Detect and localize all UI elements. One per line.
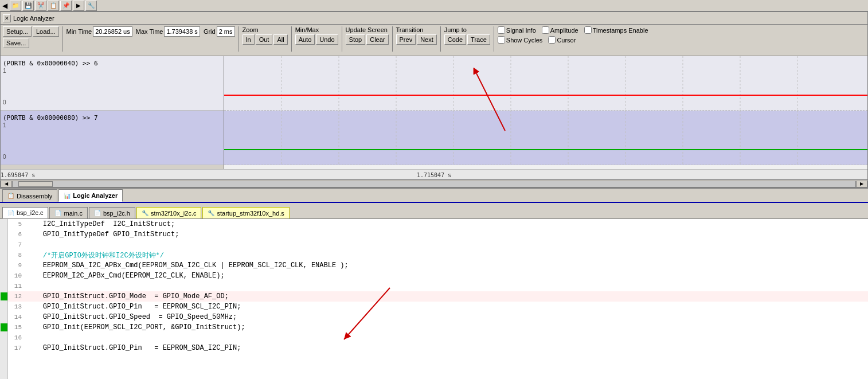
line-num-14: 14 — [8, 314, 26, 321]
line-num-5: 5 — [8, 221, 26, 228]
code-line-5: 5 I2C_InitTypeDef I2C_InitStruct; — [8, 219, 868, 229]
toolbar-save-btn[interactable]: 💾 — [22, 1, 34, 11]
scroll-right-btn[interactable]: ▶ — [856, 181, 867, 187]
file-icon-4: 🔧 — [142, 210, 148, 216]
trace-btn[interactable]: Trace — [467, 34, 490, 45]
code-line-17: 17 GPIO_InitStruct.GPIO_Pin = EEPROM_SDA… — [8, 343, 868, 353]
undo-btn[interactable]: Undo — [316, 34, 338, 45]
zoom-section: Zoom In Out All — [243, 26, 288, 45]
signal-info-checkbox-label[interactable]: Signal Info — [498, 26, 536, 34]
signal-level-1-low: 0 — [3, 99, 6, 106]
code-btn[interactable]: Code — [444, 34, 466, 45]
la-scrollbar[interactable]: ◀ ▶ — [1, 179, 867, 187]
file-tab-bsp-i2c-c[interactable]: 📄 bsp_i2c.c — [2, 207, 48, 218]
line-num-15: 15 — [8, 324, 26, 331]
file-icon-1: 📄 — [7, 210, 14, 216]
setup-button[interactable]: Setup... — [3, 26, 32, 37]
zoom-out-btn[interactable]: Out — [256, 34, 273, 45]
signal-info-checkbox[interactable] — [498, 26, 505, 34]
timestamps-label: Timestamps Enable — [593, 27, 648, 34]
close-button[interactable]: ✕ — [3, 14, 11, 22]
file-tab-label-4: stm32f10x_i2c.c — [151, 210, 196, 217]
clear-btn[interactable]: Clear — [366, 34, 388, 45]
line-code-15: GPIO_Init(EEPROM_SCL_I2C_PORT, &GPIO_Ini… — [26, 323, 868, 331]
file-tabs: 📄 bsp_i2c.c 📄 main.c 📄 bsp_i2c.h 🔧 stm32… — [0, 203, 868, 219]
grid-label: Grid — [204, 28, 216, 35]
tab-disassembly[interactable]: 📋 Disassembly — [2, 189, 57, 202]
show-cycles-label: Show Cycles — [506, 37, 543, 44]
toolbar-run-btn[interactable]: ▶ — [73, 1, 84, 11]
prev-btn[interactable]: Prev — [396, 34, 416, 45]
toolbar-copy-btn[interactable]: 📋 — [48, 1, 59, 11]
show-cycles-checkbox[interactable] — [498, 36, 505, 44]
max-time-value: 1.739438 s — [164, 26, 200, 37]
timestamps-checkbox[interactable] — [584, 26, 592, 34]
scroll-left-btn[interactable]: ◀ — [1, 181, 12, 187]
cursor-checkbox[interactable] — [548, 36, 556, 44]
gutter-13 — [0, 302, 7, 312]
gutter-5 — [0, 219, 7, 229]
toolbar-open-btn[interactable]: 📁 — [10, 1, 21, 11]
sep3 — [291, 26, 292, 52]
tab-bar: 📋 Disassembly 📊 Logic Analyzer — [0, 189, 868, 203]
gutter-11 — [0, 281, 7, 291]
gutter-7 — [0, 240, 7, 250]
transition-section: Transition Prev Next — [396, 26, 437, 45]
timestamps-checkbox-label[interactable]: Timestamps Enable — [584, 26, 648, 34]
show-cycles-checkbox-label[interactable]: Show Cycles — [498, 36, 543, 44]
code-line-14: 14 GPIO_InitStruct.GPIO_Speed = GPIO_Spe… — [8, 312, 868, 322]
logic-analyzer-window: ✕ Logic Analyzer Setup... Load... Save..… — [0, 11, 868, 189]
save-button[interactable]: Save... — [3, 38, 29, 48]
zoom-label: Zoom — [243, 26, 259, 33]
load-button[interactable]: Load... — [33, 26, 59, 37]
toolbar-cut-btn[interactable]: ✂️ — [35, 1, 46, 11]
top-toolbar: ◀ 📁 💾 ✂️ 📋 📌 ▶ 🔧 — [0, 0, 868, 11]
file-tab-main-c[interactable]: 📄 main.c — [49, 207, 87, 218]
amplitude-label: Amplitude — [550, 27, 578, 34]
line-code-10: EEPROM_I2C_APBx_Cmd(EEPROM_I2C_CLK, ENAB… — [26, 272, 868, 280]
jump-section: Jump to Code Trace — [444, 26, 490, 45]
waveform-svg-1 — [224, 56, 867, 111]
main-container: ◀ 📁 💾 ✂️ 📋 📌 ▶ 🔧 ✕ Logic Analyzer Setup.… — [0, 0, 868, 379]
setup-section: Setup... Load... Save... — [3, 26, 59, 48]
line-code-12: GPIO_InitStruct.GPIO_Mode = GPIO_Mode_AF… — [26, 292, 868, 300]
file-tab-label-5: startup_stm32f10x_hd.s — [217, 210, 284, 217]
line-code-9: EEPROM_SDA_I2C_APBx_Cmd(EEPROM_SDA_I2C_C… — [26, 261, 868, 269]
cursor-checkbox-label[interactable]: Cursor — [548, 36, 576, 44]
file-tab-stm32-c[interactable]: 🔧 stm32f10x_i2c.c — [136, 207, 201, 218]
line-code-5: I2C_InitTypeDef I2C_InitStruct; — [26, 220, 868, 228]
line-num-12: 12 — [8, 293, 26, 300]
line-num-9: 9 — [8, 262, 26, 269]
line-num-17: 17 — [8, 345, 26, 351]
signal-row-1: (PORTB & 0x00000040) >> 6 1 0 — [1, 56, 224, 111]
code-line-11: 11 — [8, 281, 868, 291]
tab-logic-analyzer[interactable]: 📊 Logic Analyzer — [58, 189, 123, 202]
zoom-in-btn[interactable]: In — [243, 34, 255, 45]
signal-info-section: Signal Info Amplitude Timestamps Enable … — [498, 26, 648, 44]
la-signal-area: (PORTB & 0x00000040) >> 6 1 0 (PORTB & 0… — [1, 56, 867, 169]
gutter-14 — [0, 312, 7, 322]
code-line-12: 12 GPIO_InitStruct.GPIO_Mode = GPIO_Mode… — [8, 291, 868, 302]
file-icon-2: 📄 — [54, 210, 61, 216]
amplitude-checkbox[interactable] — [542, 26, 549, 34]
line-num-7: 7 — [8, 241, 26, 248]
la-main: (PORTB & 0x00000040) >> 6 1 0 (PORTB & 0… — [1, 56, 867, 188]
window-titlebar: ✕ Logic Analyzer — [1, 12, 867, 25]
la-signal-labels: (PORTB & 0x00000040) >> 6 1 0 (PORTB & 0… — [1, 56, 224, 169]
toolbar-paste-btn[interactable]: 📌 — [60, 1, 72, 11]
scrollbar-track[interactable] — [12, 181, 856, 187]
auto-btn[interactable]: Auto — [295, 34, 315, 45]
file-tab-bsp-i2c-h[interactable]: 📄 bsp_i2c.h — [89, 207, 135, 218]
next-btn[interactable]: Next — [417, 34, 437, 45]
file-icon-5: 🔧 — [208, 210, 214, 216]
amplitude-checkbox-label[interactable]: Amplitude — [542, 26, 578, 34]
toolbar-debug-btn[interactable]: 🔧 — [85, 1, 97, 11]
file-tab-startup[interactable]: 🔧 startup_stm32f10x_hd.s — [202, 207, 289, 218]
timeline-right: 1.715047 s — [417, 172, 451, 178]
file-tab-label-3: bsp_i2c.h — [103, 210, 130, 217]
scrollbar-thumb[interactable] — [18, 181, 53, 187]
zoom-all-btn[interactable]: All — [273, 34, 287, 45]
timeline-svg: 1.695047 s 1.715047 s — [1, 170, 867, 180]
stop-btn[interactable]: Stop — [346, 34, 366, 45]
signal-row-2: (PORTB & 0x00000080) >> 7 1 0 — [1, 111, 224, 165]
